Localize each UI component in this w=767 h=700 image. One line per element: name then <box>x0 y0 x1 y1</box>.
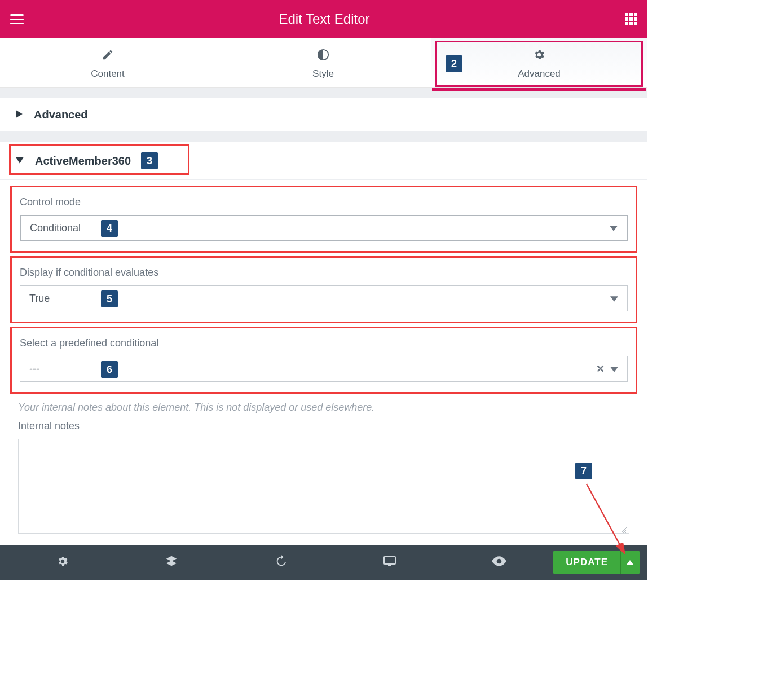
section-title: Advanced <box>34 108 88 121</box>
footer-history-icon[interactable] <box>226 555 335 570</box>
page-title: Edit Text Editor <box>24 11 625 27</box>
tab-content[interactable]: Content <box>0 38 215 87</box>
hamburger-icon[interactable] <box>10 14 24 24</box>
tabs-row: Content Style Advanced 2 <box>0 38 647 88</box>
pencil-icon <box>0 49 215 64</box>
internal-notes-label: Internal notes <box>0 413 647 439</box>
contrast-icon <box>215 49 431 64</box>
apps-grid-icon[interactable] <box>625 13 637 25</box>
evaluates-field: Display if conditional evaluates True 5 <box>10 256 637 323</box>
badge-6: 6 <box>101 361 118 378</box>
svg-rect-2 <box>384 557 395 564</box>
section-advanced[interactable]: Advanced <box>0 98 647 132</box>
internal-notes-textarea[interactable] <box>18 439 629 534</box>
field-label: Display if conditional evaluates <box>20 267 628 279</box>
badge-5: 5 <box>101 290 118 307</box>
divider-band <box>0 88 647 98</box>
predefined-field: Select a predefined conditional --- ✕ 6 <box>10 327 637 394</box>
caret-right-icon <box>16 110 23 120</box>
footer-navigator-icon[interactable] <box>117 555 226 570</box>
badge-7: 7 <box>575 463 592 479</box>
tab-label: Style <box>312 68 334 79</box>
field-label: Control mode <box>20 196 628 208</box>
resize-handle-icon <box>621 525 627 531</box>
chevron-down-icon <box>610 222 618 234</box>
update-button[interactable]: UPDATE <box>553 551 620 574</box>
editor-footer: UPDATE <box>0 545 647 580</box>
control-mode-field: Control mode Conditional 4 <box>10 186 637 253</box>
tab-label: Advanced <box>518 68 561 79</box>
divider-band <box>0 132 647 142</box>
footer-preview-icon[interactable] <box>444 556 553 569</box>
footer-settings-icon[interactable] <box>8 555 117 570</box>
internal-notes-helper: Your internal notes about this element. … <box>0 394 647 413</box>
chevron-down-icon <box>610 363 618 375</box>
tab-style[interactable]: Style <box>215 38 431 87</box>
tab-label: Content <box>91 68 125 79</box>
select-value: --- <box>29 363 39 375</box>
tab-advanced[interactable]: Advanced <box>431 38 647 87</box>
gear-icon <box>431 49 647 64</box>
editor-topbar: Edit Text Editor <box>0 0 647 38</box>
select-value: Conditional <box>30 222 81 234</box>
select-value: True <box>29 293 50 305</box>
badge-4: 4 <box>101 220 118 237</box>
svg-rect-3 <box>388 565 391 566</box>
annotation-highlight <box>9 144 189 175</box>
clear-icon[interactable]: ✕ <box>596 363 605 375</box>
footer-responsive-icon[interactable] <box>335 556 444 569</box>
chevron-down-icon <box>610 293 618 305</box>
update-options-button[interactable] <box>620 551 640 574</box>
field-label: Select a predefined conditional <box>20 337 628 349</box>
badge-2: 2 <box>446 55 462 72</box>
